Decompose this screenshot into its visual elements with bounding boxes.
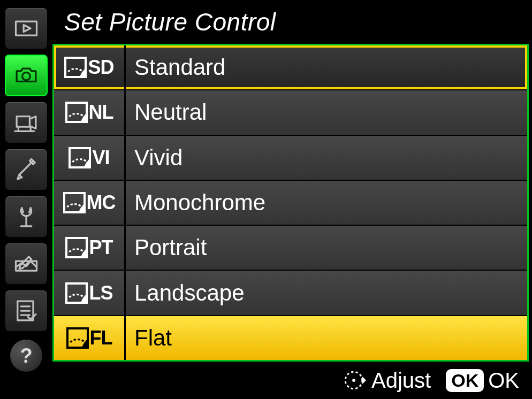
option-code: FL: [90, 327, 112, 349]
ok-badge-icon: OK: [446, 369, 484, 392]
option-nl[interactable]: NL Neutral: [54, 90, 527, 135]
picture-control-icon: [65, 282, 88, 304]
tab-retouch[interactable]: [5, 243, 48, 285]
option-code-cell: MC: [54, 181, 126, 225]
picture-control-icon: [65, 102, 88, 123]
option-code-cell: SD: [54, 45, 126, 89]
option-code: PT: [89, 236, 112, 259]
page-title: Set Picture Control: [52, 0, 529, 44]
option-code: SD: [88, 56, 113, 79]
tab-playback[interactable]: [5, 7, 48, 49]
option-label: Flat: [126, 325, 172, 351]
option-label: Monochrome: [126, 190, 265, 216]
ok-label: OK: [488, 369, 519, 393]
tab-custom-settings[interactable]: [5, 149, 48, 190]
option-mc[interactable]: MC Monochrome: [54, 181, 527, 226]
option-label: Portrait: [126, 235, 207, 260]
svg-marker-14: [362, 377, 366, 384]
adjust-label: Adjust: [371, 369, 431, 393]
picture-control-icon: [63, 192, 86, 213]
svg-marker-1: [24, 25, 31, 32]
picture-control-list: SD Standard NL Neutral VI Vivid MC Monoc…: [52, 44, 529, 362]
option-sd[interactable]: SD Standard: [54, 45, 527, 90]
main-panel: Set Picture Control SD Standard NL Neutr…: [52, 0, 532, 399]
option-code: MC: [87, 191, 116, 214]
svg-rect-0: [16, 21, 37, 35]
camera-menu-screen: ? Set Picture Control SD Standard NL Neu…: [0, 0, 532, 399]
hint-adjust: Adjust: [341, 368, 431, 393]
picture-control-icon: [69, 147, 91, 168]
option-code-cell: FL: [54, 316, 126, 360]
tab-movie-shooting[interactable]: [5, 102, 48, 143]
option-label: Landscape: [126, 280, 245, 306]
help-button[interactable]: ?: [10, 339, 43, 372]
option-code-cell: PT: [54, 226, 126, 270]
option-code-cell: VI: [54, 136, 126, 180]
picture-control-icon: [65, 237, 88, 258]
option-code-cell: NL: [54, 90, 126, 134]
menu-tab-sidebar: ?: [0, 0, 52, 399]
dial-icon: [341, 368, 366, 393]
option-code-cell: LS: [54, 271, 126, 314]
svg-point-2: [22, 72, 31, 80]
svg-rect-3: [17, 117, 29, 127]
footer-hints: Adjust OK OK: [52, 362, 529, 399]
tab-setup[interactable]: [5, 196, 48, 237]
option-label: Vivid: [126, 145, 183, 171]
option-code: LS: [89, 282, 112, 304]
option-code: NL: [89, 101, 113, 124]
help-icon: ?: [20, 344, 32, 367]
tab-my-menu[interactable]: [5, 290, 48, 332]
picture-control-icon: [64, 57, 87, 78]
option-code: VI: [92, 147, 109, 169]
option-ls[interactable]: LS Landscape: [54, 271, 527, 316]
svg-point-15: [352, 379, 355, 382]
picture-control-icon: [66, 327, 89, 349]
option-label: Standard: [126, 55, 225, 80]
option-pt[interactable]: PT Portrait: [54, 226, 527, 271]
option-label: Neutral: [126, 99, 207, 125]
hint-ok: OK OK: [446, 369, 519, 393]
option-fl[interactable]: FL Flat: [54, 316, 527, 360]
tab-photo-shooting[interactable]: [5, 55, 48, 96]
option-vi[interactable]: VI Vivid: [54, 136, 527, 181]
